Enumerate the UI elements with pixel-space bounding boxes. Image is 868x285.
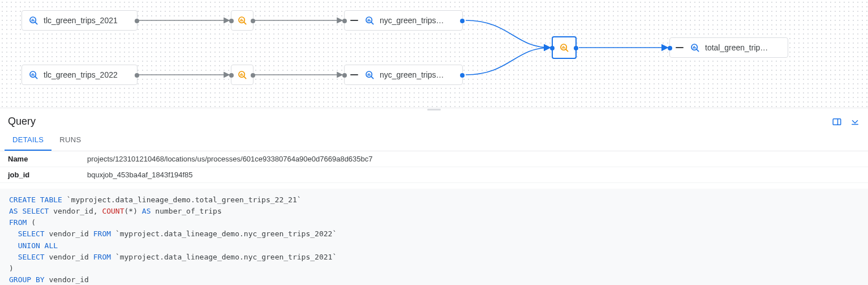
svg-rect-45 [833,118,841,125]
svg-rect-12 [240,19,241,21]
bigquery-icon [364,69,375,80]
node-label: tlc_green_trips_2022 [44,70,118,79]
bigquery-icon [364,15,375,26]
svg-rect-34 [369,74,370,76]
node-label: nyc_green_trips… [380,16,444,25]
svg-line-21 [35,76,37,78]
lineage-node-process-selected[interactable] [552,36,577,59]
node-port-output [251,73,255,78]
svg-line-16 [371,22,373,24]
details-table: Name projects/123101210468/locations/us/… [0,151,868,183]
svg-line-6 [35,22,37,24]
row-value: projects/123101210468/locations/us/proce… [79,151,868,167]
svg-rect-38 [564,46,564,49]
node-port-output [135,73,139,78]
lineage-node-target[interactable]: total_green_trip… [669,37,788,58]
bigquery-process-icon [237,69,248,80]
lineage-node-intermediate[interactable]: nyc_green_trips… [344,10,463,31]
node-port-output [135,19,139,23]
node-port-input [229,73,234,78]
bigquery-process-icon [558,42,570,53]
bigquery-icon [689,42,701,53]
svg-rect-28 [242,73,242,76]
node-port-input [229,19,234,23]
node-port-output [460,19,465,23]
bigquery-icon [28,69,39,80]
sql-preview: CREATE TABLE `myproject.data_lineage_dem… [0,189,868,285]
svg-line-41 [697,49,698,51]
svg-rect-14 [242,20,243,22]
panel-collapse-icon[interactable] [850,117,860,127]
svg-line-36 [566,49,568,51]
node-port-input [550,46,555,50]
lineage-node-source[interactable]: tlc_green_trips_2021 [22,10,137,31]
collapse-bar-icon [350,20,358,21]
node-port-output [251,19,255,23]
node-port-input [342,19,347,23]
svg-rect-29 [242,74,243,76]
svg-rect-42 [693,46,694,48]
svg-rect-32 [368,74,368,75]
svg-rect-13 [242,19,242,22]
row-key: Name [0,151,79,167]
collapse-bar-icon [350,74,358,75]
panel-title: Query [8,116,36,127]
panel-tabs: DETAILS RUNS [0,130,868,151]
bigquery-process-icon [237,15,248,26]
row-value: bquxjob_453ba4af_1843f194f85 [79,167,868,183]
lineage-node-source[interactable]: tlc_green_trips_2022 [22,65,137,85]
svg-rect-18 [369,19,369,22]
node-port-output [574,46,578,50]
row-key: job_id [0,167,79,183]
svg-rect-43 [694,46,695,49]
svg-rect-24 [33,74,34,76]
svg-rect-27 [240,74,241,75]
node-port-input [668,46,672,50]
collapse-bar-icon [676,47,684,48]
lineage-node-intermediate[interactable]: nyc_green_trips… [344,65,463,85]
node-port-output [460,73,465,78]
svg-rect-8 [33,19,33,22]
svg-rect-22 [32,74,32,75]
svg-rect-44 [695,47,695,49]
bigquery-icon [28,15,39,26]
lineage-graph-canvas[interactable]: tlc_green_trips_2021 nyc_green_trips… tl… [0,0,868,108]
node-label: total_green_trip… [705,43,768,52]
table-row: Name projects/123101210468/locations/us/… [0,151,868,167]
lineage-node-process[interactable] [231,10,253,31]
node-port-input [342,73,347,78]
svg-line-26 [244,76,246,78]
node-label: tlc_green_trips_2021 [44,16,118,25]
tab-details[interactable]: DETAILS [5,130,51,151]
svg-line-31 [371,76,373,78]
panel-layout-icon[interactable] [832,117,842,127]
svg-rect-7 [32,19,32,21]
svg-rect-33 [369,73,369,76]
svg-rect-39 [564,47,565,49]
node-label: nyc_green_trips… [380,70,444,79]
svg-rect-37 [562,46,563,48]
table-row: job_id bquxjob_453ba4af_1843f194f85 [0,167,868,183]
tab-runs[interactable]: RUNS [51,130,89,151]
svg-rect-9 [33,20,34,22]
svg-rect-17 [368,19,368,21]
svg-line-11 [244,22,246,24]
svg-rect-19 [369,20,370,22]
lineage-node-process[interactable] [231,65,253,85]
grip-icon [427,109,441,110]
svg-rect-23 [33,73,33,76]
